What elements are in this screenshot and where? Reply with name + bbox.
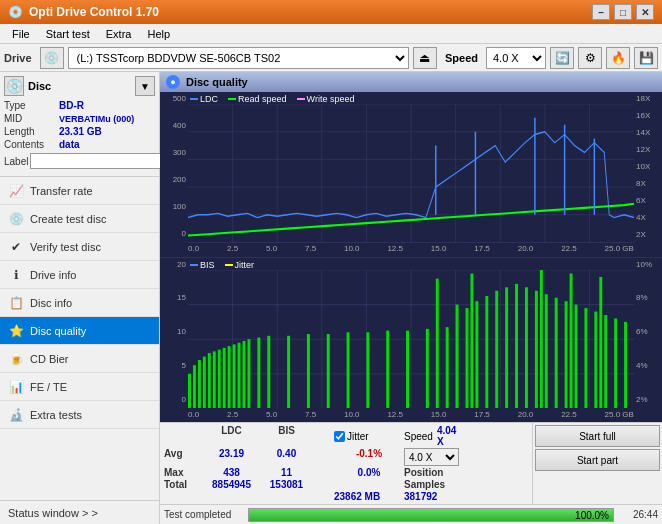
svg-rect-37 <box>198 360 201 408</box>
svg-rect-48 <box>257 337 260 408</box>
chart-title: Disc quality <box>186 76 248 88</box>
position-label: Position <box>404 467 443 478</box>
disc-header-label: Disc <box>28 80 51 92</box>
jitter-checkbox[interactable] <box>334 431 345 442</box>
total-label: Total <box>164 479 204 490</box>
disc-header: 💿 Disc ▼ <box>4 76 155 96</box>
minimize-button[interactable]: – <box>592 4 610 20</box>
legend-write-speed-color <box>297 98 305 100</box>
progress-time: 26:44 <box>618 509 658 520</box>
legend-bis-color <box>190 264 198 266</box>
legend-bis: BIS <box>190 260 215 270</box>
svg-rect-36 <box>193 365 196 408</box>
disc-label-row: Label ⚙ <box>4 152 155 170</box>
max-bis: 11 <box>259 467 314 478</box>
sidebar: 💿 Disc ▼ Type BD-R MID VERBATIMu (000) L… <box>0 72 160 524</box>
sidebar-item-cd-bier[interactable]: 🍺 CD Bier <box>0 345 159 373</box>
svg-rect-67 <box>535 290 538 408</box>
cd-bier-icon: 🍺 <box>8 351 24 367</box>
menu-help[interactable]: Help <box>139 26 178 42</box>
maximize-button[interactable]: □ <box>614 4 632 20</box>
start-part-button[interactable]: Start part <box>535 449 660 471</box>
burn-button[interactable]: 🔥 <box>606 47 630 69</box>
speed-select-stats[interactable]: 4.0 X <box>404 448 459 466</box>
svg-rect-58 <box>446 327 449 408</box>
avg-jitter: -0.1% <box>334 448 404 466</box>
drive-bar: Drive 💿 (L:) TSSTcorp BDDVDW SE-506CB TS… <box>0 44 662 72</box>
svg-rect-79 <box>540 270 543 409</box>
svg-rect-61 <box>475 301 478 408</box>
app-title: Opti Drive Control 1.70 <box>29 5 159 19</box>
legend-jitter: Jitter <box>225 260 255 270</box>
app-icon-img: 💿 <box>8 5 23 19</box>
window-controls: – □ ✕ <box>592 4 654 20</box>
jitter-checkbox-area: Jitter <box>334 425 404 447</box>
sidebar-item-disc-quality[interactable]: ⭐ Disc quality <box>0 317 159 345</box>
start-full-button[interactable]: Start full <box>535 425 660 447</box>
sidebar-item-extra-tests[interactable]: 🔬 Extra tests <box>0 401 159 429</box>
sidebar-nav: 📈 Transfer rate 💿 Create test disc ✔ Ver… <box>0 177 159 500</box>
sidebar-item-transfer-rate[interactable]: 📈 Transfer rate <box>0 177 159 205</box>
svg-rect-40 <box>213 351 216 408</box>
samples-label: Samples <box>404 479 445 490</box>
top-chart: LDC Read speed Write speed 500 400 300 2… <box>160 92 662 258</box>
sidebar-item-drive-info[interactable]: ℹ Drive info <box>0 261 159 289</box>
legend-jitter-color <box>225 264 233 266</box>
svg-rect-64 <box>505 287 508 408</box>
svg-rect-38 <box>203 356 206 408</box>
sidebar-item-label: Disc info <box>30 297 72 309</box>
chart1-legend: LDC Read speed Write speed <box>190 94 354 104</box>
svg-rect-81 <box>599 276 602 408</box>
disc-label-input[interactable] <box>30 153 163 169</box>
svg-rect-71 <box>575 304 578 408</box>
disc-panel: 💿 Disc ▼ Type BD-R MID VERBATIMu (000) L… <box>0 72 159 177</box>
sidebar-item-fe-te[interactable]: 📊 FE / TE <box>0 373 159 401</box>
disc-header-icon: 💿 <box>4 76 24 96</box>
svg-rect-62 <box>485 295 488 408</box>
menu-file[interactable]: File <box>4 26 38 42</box>
drive-select[interactable]: (L:) TSSTcorp BDDVDW SE-506CB TS02 <box>68 47 409 69</box>
svg-rect-51 <box>307 334 310 408</box>
disc-mid-value: VERBATIMu (000) <box>59 114 155 124</box>
chart2-y-axis-left: 20 15 10 5 0 <box>160 258 188 407</box>
config-button[interactable]: ⚙ <box>578 47 602 69</box>
chart1-y-axis-right: 18X 16X 14X 12X 10X 8X 6X 4X 2X <box>634 92 662 241</box>
title-bar: 💿 Opti Drive Control 1.70 – □ ✕ <box>0 0 662 24</box>
speed-select[interactable]: 4.0 X <box>486 47 546 69</box>
max-ldc: 438 <box>204 467 259 478</box>
disc-options-icon[interactable]: ▼ <box>135 76 155 96</box>
status-window-button[interactable]: Status window > > <box>0 500 159 524</box>
sidebar-item-label: Disc quality <box>30 325 86 337</box>
svg-rect-70 <box>565 301 568 408</box>
progress-bar-bg: 100.0% <box>248 508 614 522</box>
legend-ldc-color <box>190 98 198 100</box>
sidebar-item-verify-test-disc[interactable]: ✔ Verify test disc <box>0 233 159 261</box>
sidebar-item-label: Verify test disc <box>30 241 101 253</box>
menu-start-test[interactable]: Start test <box>38 26 98 42</box>
menu-extra[interactable]: Extra <box>98 26 140 42</box>
chart2-y-axis-right: 10% 8% 6% 4% 2% <box>634 258 662 407</box>
jitter-label: Jitter <box>347 431 369 442</box>
svg-rect-39 <box>208 353 211 408</box>
drive-info-icon: ℹ <box>8 267 24 283</box>
app-icon: 💿 Opti Drive Control 1.70 <box>8 5 159 19</box>
stats-avg-row: Avg 23.19 0.40 -0.1% 4.0 X <box>164 448 528 466</box>
menu-bar: File Start test Extra Help <box>0 24 662 44</box>
content-area: ● Disc quality LDC Read speed Write spee… <box>160 72 662 524</box>
eject-button[interactable]: ⏏ <box>413 47 437 69</box>
close-button[interactable]: ✕ <box>636 4 654 20</box>
svg-rect-75 <box>614 318 617 408</box>
refresh-button[interactable]: 🔄 <box>550 47 574 69</box>
position-value: 23862 MB <box>334 491 404 502</box>
stats-pos-row: 23862 MB 381792 <box>164 491 528 502</box>
sidebar-item-create-test-disc[interactable]: 💿 Create test disc <box>0 205 159 233</box>
sidebar-item-label: Create test disc <box>30 213 106 225</box>
save-button[interactable]: 💾 <box>634 47 658 69</box>
svg-rect-50 <box>287 335 290 408</box>
sidebar-item-disc-info[interactable]: 📋 Disc info <box>0 289 159 317</box>
svg-rect-73 <box>594 311 597 408</box>
disc-type-value: BD-R <box>59 100 155 111</box>
disc-info-icon: 📋 <box>8 295 24 311</box>
svg-rect-44 <box>233 344 236 408</box>
speed-display-label: Speed <box>404 431 433 442</box>
